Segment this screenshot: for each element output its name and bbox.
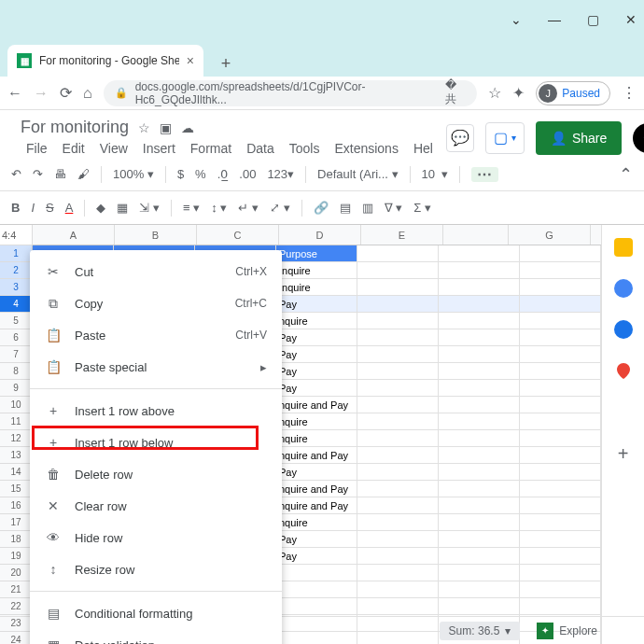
doc-header: For monitoring ☆ ▣ ☁ File Edit View Inse… bbox=[0, 110, 644, 158]
menu-file[interactable]: File bbox=[21, 139, 53, 158]
merge-cells-icon[interactable]: ⇲ ▾ bbox=[139, 201, 160, 215]
ctx-paste[interactable]: 📋PasteCtrl+V bbox=[30, 319, 282, 351]
italic-button[interactable]: I bbox=[31, 201, 35, 215]
profile-chip[interactable]: J Paused bbox=[536, 81, 610, 105]
column-headers[interactable]: ABCDEG bbox=[33, 225, 601, 245]
addons-plus-icon[interactable]: + bbox=[618, 443, 629, 465]
bookmark-icon[interactable]: ☆ bbox=[488, 84, 501, 102]
tab-close-icon[interactable]: × bbox=[187, 53, 194, 68]
lock-icon: 🔒 bbox=[115, 87, 128, 99]
explore-button[interactable]: ✦Explore bbox=[537, 623, 597, 639]
ctx-data-validation[interactable]: ▦Data validation bbox=[30, 629, 282, 644]
borders-icon[interactable]: ▦ bbox=[117, 201, 128, 215]
cloud-status-icon[interactable]: ☁ bbox=[181, 120, 194, 135]
star-icon[interactable]: ☆ bbox=[138, 120, 150, 135]
number-format-button[interactable]: 123▾ bbox=[267, 167, 294, 181]
menu-help[interactable]: Hel bbox=[408, 139, 439, 158]
decrease-decimal-button[interactable]: .0̲ bbox=[217, 167, 229, 181]
filter-icon[interactable]: ∇ ▾ bbox=[385, 201, 403, 215]
row-headers[interactable]: 1234567891011121314151617181920212223242… bbox=[0, 245, 33, 644]
max-button[interactable]: ▢ bbox=[587, 12, 599, 27]
move-icon[interactable]: ▣ bbox=[160, 120, 172, 135]
data-val-icon: ▦ bbox=[45, 637, 62, 644]
ctx-delete-row[interactable]: 🗑Delete row bbox=[30, 458, 282, 490]
plus-icon: + bbox=[45, 403, 62, 418]
address-bar[interactable]: 🔒 docs.google.com/spreadsheets/d/1CgjPIV… bbox=[104, 80, 478, 106]
comment-icon[interactable]: ▤ bbox=[340, 201, 351, 215]
name-box[interactable]: 4:4 bbox=[0, 225, 33, 245]
new-tab-button[interactable]: + bbox=[213, 50, 239, 77]
cut-icon: ✂ bbox=[45, 264, 62, 279]
ctx-paste-special[interactable]: 📋Paste special▸ bbox=[30, 351, 282, 383]
account-avatar[interactable]: ✦ bbox=[633, 123, 644, 153]
ctx-cut[interactable]: ✂CutCtrl+X bbox=[30, 256, 282, 287]
percent-button[interactable]: % bbox=[195, 167, 206, 181]
ctx-resize-row[interactable]: ↕Resize row bbox=[30, 553, 282, 585]
ctx-copy[interactable]: ⧉CopyCtrl+C bbox=[30, 287, 282, 319]
reload-icon[interactable]: ⟳ bbox=[60, 84, 72, 102]
sum-chip[interactable]: Sum: 36.5▾ bbox=[440, 622, 521, 640]
chart-icon[interactable]: ▥ bbox=[362, 201, 373, 215]
menu-extensions[interactable]: Extensions bbox=[329, 139, 403, 158]
browser-tab-strip: ▦ For monitoring - Google Sheets × + bbox=[0, 39, 644, 77]
rotate-icon[interactable]: ⤢ ▾ bbox=[270, 201, 290, 215]
functions-icon[interactable]: Σ ▾ bbox=[413, 201, 431, 215]
zoom-control[interactable]: 100% ▾ bbox=[113, 167, 154, 181]
tasks-icon[interactable] bbox=[614, 279, 633, 298]
back-icon[interactable]: ← bbox=[7, 85, 22, 102]
bold-button[interactable]: B bbox=[11, 201, 20, 215]
cond-fmt-icon: ▤ bbox=[45, 606, 62, 621]
menubar: File Edit View Insert Format Data Tools … bbox=[21, 139, 439, 158]
avatar-icon: J bbox=[539, 84, 557, 103]
ctx-clear-row[interactable]: ✕Clear row bbox=[30, 490, 282, 522]
v-align-icon[interactable]: ↕ ▾ bbox=[211, 201, 227, 215]
share-button[interactable]: 👤Share bbox=[536, 121, 622, 155]
menu-tools[interactable]: Tools bbox=[284, 139, 326, 158]
minimize-icon[interactable]: ⌄ bbox=[511, 12, 522, 27]
explore-icon: ✦ bbox=[537, 623, 553, 639]
fill-color-icon[interactable]: ◆ bbox=[96, 201, 105, 215]
menu-view[interactable]: View bbox=[94, 139, 133, 158]
kebab-menu-icon[interactable]: ⋮ bbox=[622, 84, 637, 102]
font-select[interactable]: Default (Ari... ▾ bbox=[317, 167, 398, 181]
comment-history-icon[interactable]: 💬 bbox=[446, 124, 474, 152]
present-button[interactable]: ▢▾ bbox=[485, 122, 525, 154]
increase-decimal-button[interactable]: .00 bbox=[239, 167, 256, 181]
menu-format[interactable]: Format bbox=[185, 139, 237, 158]
extensions-icon[interactable]: ✦ bbox=[512, 84, 525, 102]
h-align-icon[interactable]: ≡ ▾ bbox=[183, 201, 200, 215]
maps-icon[interactable] bbox=[614, 361, 633, 380]
currency-button[interactable]: $ bbox=[177, 167, 184, 181]
text-color-button[interactable]: A bbox=[65, 201, 74, 215]
ctx-insert-below[interactable]: +Insert 1 row below bbox=[30, 427, 282, 458]
collapse-toolbar-icon[interactable]: ⌃ bbox=[619, 164, 633, 185]
ctx-insert-above[interactable]: +Insert 1 row above bbox=[30, 395, 282, 427]
min-button[interactable]: — bbox=[548, 12, 561, 27]
home-icon[interactable]: ⌂ bbox=[83, 85, 92, 102]
menu-data[interactable]: Data bbox=[241, 139, 280, 158]
keep-icon[interactable] bbox=[614, 238, 633, 257]
menu-edit[interactable]: Edit bbox=[57, 139, 91, 158]
toolbar-row-1: ↶ ↷ 🖶 🖌 100% ▾ $ % .0̲ .00 123▾ Default … bbox=[0, 158, 644, 191]
doc-title[interactable]: For monitoring bbox=[21, 118, 129, 137]
print-icon[interactable]: 🖶 bbox=[54, 167, 66, 181]
toolbar-row-2: B I S A ◆ ▦ ⇲ ▾ ≡ ▾ ↕ ▾ ↵ ▾ ⤢ ▾ 🔗 ▤ ▥ ∇ … bbox=[0, 191, 644, 225]
more-tools-button[interactable]: ⋯ bbox=[471, 167, 498, 182]
ctx-conditional-formatting[interactable]: ▤Conditional formatting bbox=[30, 597, 282, 629]
link-icon[interactable]: 🔗 bbox=[314, 201, 329, 215]
contacts-icon[interactable] bbox=[614, 320, 633, 339]
paint-format-icon[interactable]: 🖌 bbox=[77, 167, 90, 181]
close-button[interactable]: ✕ bbox=[625, 12, 637, 27]
undo-icon[interactable]: ↶ bbox=[11, 167, 21, 181]
browser-tab[interactable]: ▦ For monitoring - Google Sheets × bbox=[7, 45, 203, 77]
ctx-hide-row[interactable]: 👁Hide row bbox=[30, 522, 282, 553]
trash-icon: 🗑 bbox=[45, 467, 62, 482]
menu-insert[interactable]: Insert bbox=[137, 139, 181, 158]
forward-icon: → bbox=[34, 85, 49, 102]
strikethrough-button[interactable]: S bbox=[46, 201, 54, 215]
share-url-icon[interactable]: �共 bbox=[445, 78, 467, 107]
font-size-select[interactable]: 10 ▾ bbox=[422, 167, 449, 181]
redo-icon[interactable]: ↷ bbox=[33, 167, 43, 181]
wrap-icon[interactable]: ↵ ▾ bbox=[238, 201, 259, 215]
sheets-favicon-icon: ▦ bbox=[17, 53, 32, 68]
